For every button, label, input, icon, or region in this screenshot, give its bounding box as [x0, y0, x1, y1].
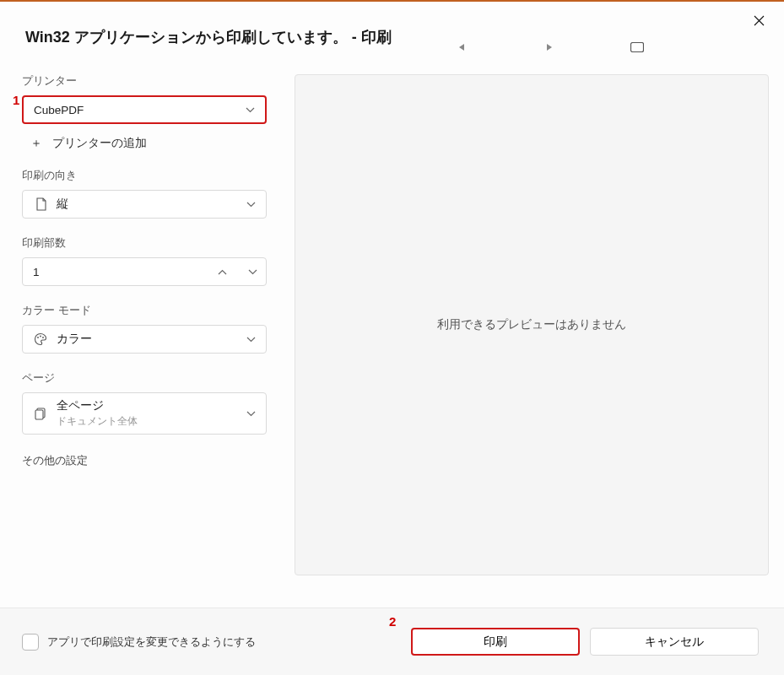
- chevron-down-icon: [246, 408, 256, 419]
- copies-section: 印刷部数 1: [22, 235, 268, 286]
- color-mode-value: カラー: [57, 332, 256, 347]
- printer-section: プリンター CubePDF ＋ プリンターの追加: [22, 73, 268, 151]
- cancel-button-label: キャンセル: [645, 634, 704, 650]
- svg-point-2: [40, 336, 41, 338]
- orientation-select[interactable]: 縦: [22, 190, 267, 219]
- pages-select[interactable]: 全ページ ドキュメント全体: [22, 392, 267, 435]
- allow-app-settings-label: アプリで印刷設定を変更できるようにする: [47, 634, 256, 650]
- print-button[interactable]: 印刷: [411, 628, 580, 656]
- chevron-down-icon: [248, 269, 257, 275]
- copies-label: 印刷部数: [22, 235, 268, 251]
- close-button[interactable]: [749, 10, 769, 30]
- preview-fullscreen-button[interactable]: [627, 37, 647, 57]
- triangle-left-icon: [458, 43, 465, 51]
- svg-rect-0: [631, 43, 644, 52]
- printer-value: CubePDF: [34, 104, 255, 116]
- orientation-label: 印刷の向き: [22, 168, 268, 183]
- chevron-down-icon: [246, 333, 256, 345]
- preview-panel: 利用できるプレビューはありません: [295, 74, 769, 575]
- copies-stepper[interactable]: 1: [22, 257, 267, 286]
- printer-select[interactable]: CubePDF: [22, 95, 267, 124]
- svg-rect-5: [35, 410, 43, 419]
- chevron-down-icon: [246, 198, 256, 210]
- color-mode-section: カラー モード カラー: [22, 303, 268, 354]
- orientation-value: 縦: [57, 197, 256, 212]
- color-mode-select[interactable]: カラー: [22, 325, 267, 354]
- preview-nav: [451, 37, 647, 57]
- allow-app-settings-row: アプリで印刷設定を変更できるようにする: [22, 634, 401, 651]
- annotation-1: 1: [13, 93, 19, 107]
- preview-next-button[interactable]: [539, 37, 560, 57]
- allow-app-settings-checkbox[interactable]: [22, 634, 39, 651]
- settings-panel: プリンター CubePDF ＋ プリンターの追加 印刷の向き 縦: [22, 73, 268, 468]
- dialog-title: Win32 アプリケーションから印刷しています。 - 印刷: [25, 27, 392, 47]
- portrait-icon: [33, 197, 48, 211]
- add-printer-label: プリンターの追加: [52, 136, 147, 151]
- pages-icon: [33, 407, 48, 420]
- print-button-label: 印刷: [484, 634, 507, 650]
- printer-label: プリンター: [22, 73, 268, 89]
- pages-label: ページ: [22, 370, 268, 386]
- chevron-up-icon: [218, 269, 227, 275]
- pages-section: ページ 全ページ ドキュメント全体: [22, 370, 268, 435]
- close-icon: [754, 15, 765, 26]
- preview-message: 利用できるプレビューはありません: [437, 317, 626, 332]
- other-settings-link[interactable]: その他の設定: [22, 453, 268, 468]
- rectangle-icon: [630, 42, 644, 52]
- dialog-footer: アプリで印刷設定を変更できるようにする 印刷 キャンセル: [0, 608, 784, 675]
- chevron-down-icon: [246, 104, 255, 116]
- print-dialog: Win32 アプリケーションから印刷しています。 - 印刷 プリンター Cube…: [0, 0, 784, 675]
- palette-icon: [33, 332, 48, 346]
- copies-down-button[interactable]: [246, 265, 259, 278]
- copies-spin-buttons: [215, 265, 259, 278]
- preview-prev-button[interactable]: [451, 37, 472, 57]
- add-printer-button[interactable]: ＋ プリンターの追加: [22, 136, 268, 151]
- color-mode-label: カラー モード: [22, 303, 268, 318]
- copies-up-button[interactable]: [215, 265, 229, 278]
- orientation-section: 印刷の向き 縦: [22, 168, 268, 219]
- svg-point-1: [37, 337, 39, 338]
- pages-subvalue: ドキュメント全体: [57, 414, 256, 429]
- plus-icon: ＋: [30, 136, 42, 151]
- svg-point-3: [42, 337, 44, 338]
- pages-value-wrap: 全ページ ドキュメント全体: [57, 398, 256, 429]
- triangle-right-icon: [546, 43, 553, 51]
- pages-value: 全ページ: [57, 399, 104, 412]
- cancel-button[interactable]: キャンセル: [590, 628, 759, 656]
